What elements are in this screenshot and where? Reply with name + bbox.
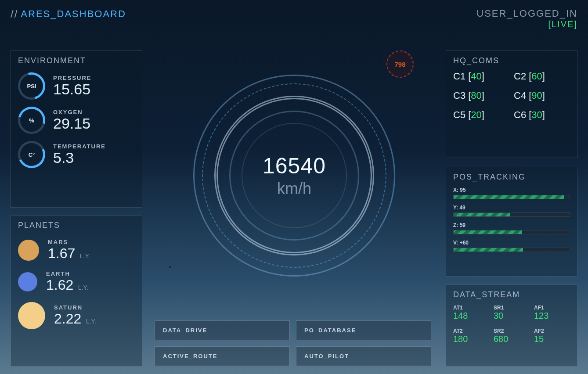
planet-icon [18,302,45,329]
env-row-pressure: PSI PRESSURE 15.65 [18,72,135,100]
speed-value: 16540 [263,153,326,179]
hq-coms-title: HQ_COMS [453,56,570,65]
track-label: Y: 49 [453,205,570,211]
track-label: V: +60 [453,240,570,246]
planet-name: EARTH [46,270,88,277]
coms-item: C6 [30] [514,109,570,121]
planet-unit: L.Y. [78,284,88,291]
speed-unit: km/h [277,180,311,198]
planet-value: 1.67 [48,245,75,261]
page-title: ARES_DASHBOARD [21,8,126,20]
data-stream-title: DATA_STREAM [453,290,570,299]
stream-item: AF1 123 [534,305,570,321]
track-row: Y: 49 [453,205,570,217]
stream-value: 123 [534,311,570,321]
stream-value: 15 [534,334,570,344]
stream-item: AT2 180 [453,328,489,344]
alert-badge: 798 [386,50,414,78]
environment-title: ENVIRONMENT [18,56,135,65]
planet-row-mars: MARS 1.67 L.Y. [18,239,135,262]
gauge-temperature: C° [18,141,45,168]
planet-value: 1.62 [46,277,73,293]
planet-row-earth: EARTH 1.62 L.Y. [18,270,135,293]
alert-badge-value: 798 [394,61,405,68]
coms-item: C1 [40] [453,71,509,82]
planet-value: 2.22 [54,311,81,327]
planet-icon [18,272,37,291]
environment-panel: ENVIRONMENT PSI PRESSURE 15.65 % OXYGEN … [11,50,142,208]
env-value: 15.65 [53,81,92,97]
planets-panel: PLANETS MARS 1.67 L.Y. EARTH 1.62 L.Y. S… [11,215,142,367]
gauge-unit: PSI [18,72,45,100]
stream-item: SR2 680 [494,328,530,344]
stream-label: AT1 [453,305,489,311]
stream-value: 180 [453,334,489,344]
coms-item: C4 [90] [514,90,570,101]
top-slash-icon: // [11,8,18,20]
coms-item: C3 [80] [453,90,509,101]
stream-label: SR2 [494,328,530,334]
user-status: USER_LOGGED_IN [476,8,577,19]
action-buttons: DATA_DRIVE PO_DATABASE ACTIVE_ROUTE AUTO… [155,320,431,366]
gauge-unit: % [18,107,45,134]
data-stream-panel: DATA_STREAM AT1 148SR1 30AF1 123AT2 180S… [446,284,577,367]
env-row-temperature: C° TEMPERATURE 5.3 [18,141,135,168]
stream-label: SR1 [494,305,530,311]
track-bar [453,212,570,217]
stream-item: AT1 148 [453,305,489,321]
po-database-button[interactable]: PO_DATABASE [296,320,431,340]
gauge-pressure: PSI [18,72,45,100]
track-bar [453,230,570,234]
coms-item: C5 [20] [453,109,509,121]
planet-row-saturn: SATURN 2.22 L.Y. [18,302,135,329]
gauge-oxygen: % [18,107,45,134]
stream-value: 148 [453,311,489,321]
live-indicator: [LIVE] [476,19,577,29]
env-value: 29.15 [53,115,90,132]
track-row: V: +60 [453,240,570,252]
env-label: PRESSURE [53,75,92,81]
planet-unit: L.Y. [80,252,90,259]
track-label: Z: 59 [453,222,570,228]
env-label: TEMPERATURE [53,143,106,150]
hq-coms-panel: HQ_COMS C1 [40]C2 [60]C3 [80]C4 [90]C5 [… [446,50,577,158]
track-bar [453,195,570,199]
planets-title: PLANETS [18,221,135,230]
stream-item: SR1 30 [494,305,530,321]
env-row-oxygen: % OXYGEN 29.15 [18,107,135,134]
planet-name: SATURN [54,304,96,311]
track-row: X: 95 [453,187,570,199]
auto-pilot-button[interactable]: AUTO_PILOT [296,346,431,366]
stream-label: AF1 [534,305,570,311]
env-value: 5.3 [53,150,106,166]
stream-value: 680 [494,334,530,344]
track-bar [453,248,570,252]
planet-name: MARS [48,239,90,245]
planet-unit: L.Y. [86,318,96,325]
env-label: OXYGEN [53,109,90,115]
stream-label: AT2 [453,328,489,334]
coms-item: C2 [60] [514,71,570,82]
speed-dial: 16540 km/h [158,50,430,296]
track-label: X: 95 [453,187,570,193]
active-route-button[interactable]: ACTIVE_ROUTE [155,346,290,366]
stream-value: 30 [494,311,530,321]
pos-tracking-title: POS_TRACKING [453,173,570,182]
stream-label: AF2 [534,328,570,334]
pos-tracking-panel: POS_TRACKING X: 95 Y: 49 Z: 59 V: +60 [446,167,577,277]
track-row: Z: 59 [453,222,570,234]
stream-item: AF2 15 [534,328,570,344]
top-bar: // ARES_DASHBOARD USER_LOGGED_IN [LIVE] [0,0,588,34]
planet-icon [18,240,39,261]
data-drive-button[interactable]: DATA_DRIVE [155,320,290,340]
gauge-unit: C° [18,141,45,168]
